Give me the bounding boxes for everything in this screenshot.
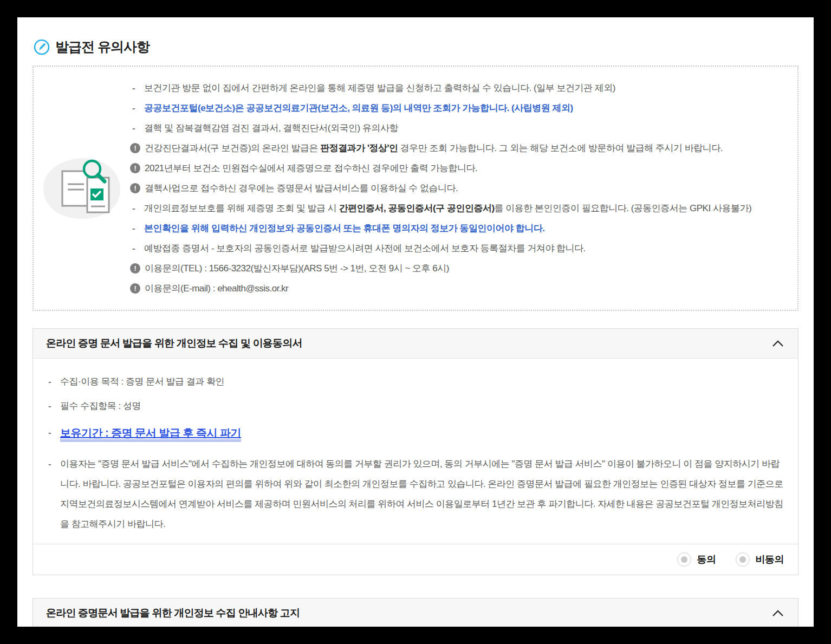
notice-item: -결핵 및 잠복결핵감염 검진 결과서, 결핵진단서(외국인) 유의사항 <box>130 118 783 138</box>
privacy-notice-panel-title: 온라인 증명문서 발급을 위한 개인정보 수집 안내사항 고지 <box>46 606 300 620</box>
alert-icon: ! <box>130 143 140 153</box>
dash-marker: - <box>130 198 144 218</box>
notice-list: -보건기관 방문 없이 집에서 간편하게 온라인을 통해 제증명 발급을 신청하… <box>130 78 792 298</box>
notice-item: -공공보건포털(e보건소)은 공공보건의료기관(보건소, 의료원 등)의 내역만… <box>130 98 783 118</box>
text-segment: 예방접종 증명서 - 보호자의 공동인증서로 발급받으시려면 사전에 보건소에서… <box>144 243 586 253</box>
text-segment: 이용문의(TEL) : 1566-3232(발신자부담)(ARS 5번 -> 1… <box>145 263 449 274</box>
dash-marker: - <box>130 98 144 118</box>
notice-item: !결핵사업으로 접수하신 경우에는 증명문서 발급서비스를 이용하실 수 없습니… <box>130 178 783 198</box>
alert-icon: ! <box>130 163 140 173</box>
text-segment: 이용자는 "증명 문서 발급 서비스"에서 수집하는 개인정보에 대하여 동의를… <box>60 459 783 529</box>
notice-item: !이용문의(TEL) : 1566-3232(발신자부담)(ARS 5번 -> … <box>130 258 783 278</box>
notice-item: !건강진단결과서(구 보건증)의 온라인 발급은 판정결과가 '정상'인 경우만… <box>130 138 783 158</box>
text-segment: 본인확인을 위해 입력하신 개인정보와 공동인증서 또는 휴대폰 명의자의 정보… <box>144 223 544 233</box>
notice-item-text: 2021년부터 보건소 민원접수실에서 제증명으로 접수하신 경우에만 출력 가… <box>145 158 783 178</box>
notice-item-text: 결핵 및 잠복결핵감염 검진 결과서, 결핵진단서(외국인) 유의사항 <box>144 118 783 138</box>
consent-panel-header[interactable]: 온라인 증명 문서 발급을 위한 개인정보 수집 및 이용동의서 <box>33 329 798 359</box>
inline-link[interactable]: 보유기간 : 증명 문서 발급 후 즉시 파기 <box>60 427 241 442</box>
consent-item: -필수 수집항목 : 성명 <box>46 398 784 414</box>
notice-item-text: 보건기관 방문 없이 집에서 간편하게 온라인을 통해 제증명 발급을 신청하고… <box>144 78 783 98</box>
text-segment: 판정결과가 '정상'인 <box>320 143 398 153</box>
text-segment: 이용문의(E-mail) : ehealth@ssis.or.kr <box>145 283 288 294</box>
notice-item: -보건기관 방문 없이 집에서 간편하게 온라인을 통해 제증명 발급을 신청하… <box>130 78 783 98</box>
consent-panel-title: 온라인 증명 문서 발급을 위한 개인정보 수집 및 이용동의서 <box>46 336 302 350</box>
privacy-notice-panel-header[interactable]: 온라인 증명문서 발급을 위한 개인정보 수집 안내사항 고지 <box>33 599 798 627</box>
dash-marker: - <box>130 238 144 258</box>
dash-marker: - <box>130 118 144 138</box>
consent-item-text: 보유기간 : 증명 문서 발급 후 즉시 파기 <box>60 425 784 442</box>
alert-icon: ! <box>130 263 140 274</box>
chevron-up-icon[interactable] <box>772 609 784 617</box>
text-segment: 간편인증서, 공동인증서(구 공인인증서) <box>339 203 495 213</box>
dash-marker: - <box>46 425 60 442</box>
notice-item-text: 결핵사업으로 접수하신 경우에는 증명문서 발급서비스를 이용하실 수 없습니다… <box>145 178 783 198</box>
notice-item-text: 이용문의(TEL) : 1566-3232(발신자부담)(ARS 5번 -> 1… <box>145 258 783 278</box>
dash-marker: - <box>130 78 144 98</box>
text-segment: 수집·이용 목적 : 증명 문서 발급 결과 확인 <box>60 376 224 387</box>
notice-item: -본인확인을 위해 입력하신 개인정보와 공동인증서 또는 휴대폰 명의자의 정… <box>130 218 783 238</box>
text-segment: 경우만 조회 가능합니다. 그 외는 해당 보건소에 방문하여 발급해 주시기 … <box>398 143 723 153</box>
text-segment: 개인의료정보보호를 위해 제증명 조회 및 발급 시 <box>144 203 339 213</box>
page: 발급전 유의사항 -보건기관 방문 없이 집에서 간편하게 온라인을 통해 제증… <box>17 17 814 627</box>
consent-panel-footer: 동의 비동의 <box>33 544 798 575</box>
notice-item: -예방접종 증명서 - 보호자의 공동인증서로 발급받으시려면 사전에 보건소에… <box>130 238 783 258</box>
text-segment: 공공보건포털(e보건소)은 공공보건의료기관(보건소, 의료원 등)의 내역만 … <box>144 103 573 113</box>
notice-item: -개인의료정보보호를 위해 제증명 조회 및 발급 시 간편인증서, 공동인증서… <box>130 198 783 218</box>
disagree-radio[interactable]: 비동의 <box>736 552 784 567</box>
document-search-icon <box>34 78 130 298</box>
agree-radio[interactable]: 동의 <box>677 552 716 567</box>
text-segment: 를 이용한 본인인증이 필요합니다. (공동인증서는 GPKI 사용불가) <box>495 203 752 213</box>
page-title: 발급전 유의사항 <box>55 38 150 56</box>
consent-item-text: 수집·이용 목적 : 증명 문서 발급 결과 확인 <box>60 374 784 389</box>
disagree-radio-circle[interactable] <box>736 552 750 567</box>
notice-item-text: 이용문의(E-mail) : ehealth@ssis.or.kr <box>145 278 783 298</box>
agree-radio-circle[interactable] <box>677 552 691 567</box>
consent-item: -이용자는 "증명 문서 발급 서비스"에서 수집하는 개인정보에 대하여 동의… <box>46 454 784 534</box>
text-segment: 건강진단결과서(구 보건증)의 온라인 발급은 <box>145 143 320 153</box>
dash-marker: - <box>130 218 144 238</box>
text-segment: 보건기관 방문 없이 집에서 간편하게 온라인을 통해 제증명 발급을 신청하고… <box>144 83 615 93</box>
page-title-row: 발급전 유의사항 <box>34 38 798 56</box>
disagree-radio-label: 비동의 <box>756 553 784 566</box>
notice-item-text: 본인확인을 위해 입력하신 개인정보와 공동인증서 또는 휴대폰 명의자의 정보… <box>144 218 783 238</box>
notice-item-text: 예방접종 증명서 - 보호자의 공동인증서로 발급받으시려면 사전에 보건소에서… <box>144 238 783 258</box>
consent-item: -수집·이용 목적 : 증명 문서 발급 결과 확인 <box>46 374 784 389</box>
dash-marker: - <box>46 398 60 414</box>
agree-radio-label: 동의 <box>697 553 716 566</box>
dash-marker: - <box>46 374 60 389</box>
alert-icon: ! <box>130 283 140 294</box>
text-segment: 결핵사업으로 접수하신 경우에는 증명문서 발급서비스를 이용하실 수 없습니다… <box>145 183 458 193</box>
consent-item-text: 필수 수집항목 : 성명 <box>60 398 784 414</box>
notice-item-text: 개인의료정보보호를 위해 제증명 조회 및 발급 시 간편인증서, 공동인증서(… <box>144 198 783 218</box>
notice-item: !이용문의(E-mail) : ehealth@ssis.or.kr <box>130 278 783 298</box>
privacy-notice-panel: 온라인 증명문서 발급을 위한 개인정보 수집 안내사항 고지 「공공보건포털」… <box>33 598 798 627</box>
pencil-circle-icon <box>34 39 50 55</box>
pre-issuance-notice-box: -보건기관 방문 없이 집에서 간편하게 온라인을 통해 제증명 발급을 신청하… <box>33 66 798 311</box>
text-segment: 2021년부터 보건소 민원접수실에서 제증명으로 접수하신 경우에만 출력 가… <box>145 163 477 173</box>
chevron-up-icon[interactable] <box>772 340 784 347</box>
notice-item: !2021년부터 보건소 민원접수실에서 제증명으로 접수하신 경우에만 출력 … <box>130 158 783 178</box>
alert-icon: ! <box>130 183 140 193</box>
consent-panel: 온라인 증명 문서 발급을 위한 개인정보 수집 및 이용동의서 -수집·이용 … <box>33 328 798 575</box>
text-segment: 결핵 및 잠복결핵감염 검진 결과서, 결핵진단서(외국인) 유의사항 <box>144 123 398 133</box>
notice-item-text: 건강진단결과서(구 보건증)의 온라인 발급은 판정결과가 '정상'인 경우만 … <box>145 138 783 158</box>
consent-item-text: 이용자는 "증명 문서 발급 서비스"에서 수집하는 개인정보에 대하여 동의를… <box>60 454 784 534</box>
consent-item: -보유기간 : 증명 문서 발급 후 즉시 파기 <box>46 425 784 442</box>
consent-panel-body: -수집·이용 목적 : 증명 문서 발급 결과 확인-필수 수집항목 : 성명-… <box>33 359 798 544</box>
text-segment: 필수 수집항목 : 성명 <box>60 401 141 411</box>
dash-marker: - <box>46 454 60 534</box>
notice-item-text: 공공보건포털(e보건소)은 공공보건의료기관(보건소, 의료원 등)의 내역만 … <box>144 98 783 118</box>
